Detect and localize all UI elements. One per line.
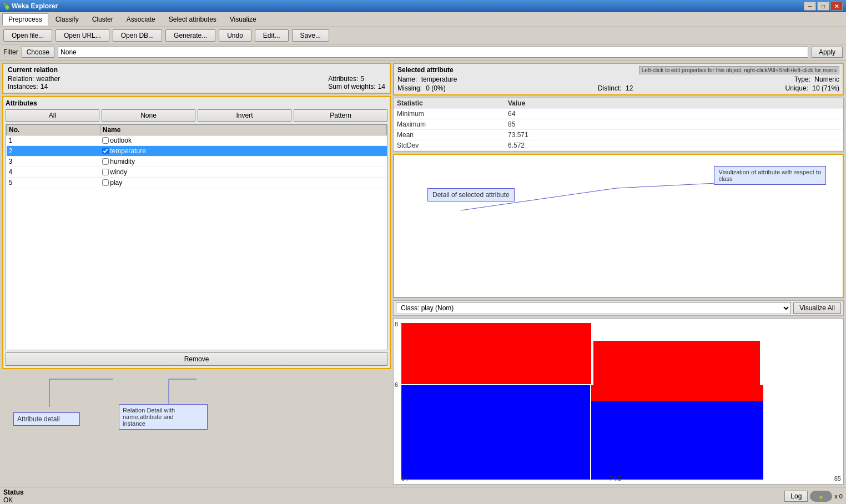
attr-checkbox[interactable] xyxy=(102,137,109,144)
attr-missing: Missing: 0 (0%) xyxy=(397,84,446,92)
attr-row-no: 1 xyxy=(7,135,100,146)
attribute-detail-annotation: Attribute detail xyxy=(13,412,80,426)
attr-name-val: temperature xyxy=(421,75,457,83)
weka-bird-icon: 🦜 xyxy=(810,491,832,502)
stats-data-row: StdDev 6.572 xyxy=(394,140,843,151)
none-button[interactable]: None xyxy=(102,109,195,122)
minimize-button[interactable]: ─ xyxy=(804,2,816,11)
stat-value: 64 xyxy=(505,109,843,119)
open-url-button[interactable]: Open URL... xyxy=(56,29,109,42)
filter-label: Filter xyxy=(3,48,18,56)
pattern-button[interactable]: Pattern xyxy=(294,109,387,122)
tab-cluster[interactable]: Cluster xyxy=(86,13,119,26)
relation-instances-key: Instances: xyxy=(8,83,38,90)
window-title: Weka Explorer xyxy=(12,2,58,10)
attr-type-key: Type: Numeric xyxy=(794,75,839,83)
tab-visualize[interactable]: Visualize xyxy=(224,13,263,26)
edit-button[interactable]: Edit... xyxy=(255,29,289,42)
selected-attribute-box: Selected attribute Left-click to edit pr… xyxy=(393,63,844,95)
table-row[interactable]: 5 play xyxy=(7,178,387,188)
stat-value: 85 xyxy=(505,119,843,130)
col-no: No. xyxy=(7,125,100,135)
open-file-button[interactable]: Open file... xyxy=(3,29,52,42)
status-label: Status xyxy=(3,488,24,496)
relation-sumweights-val: 14 xyxy=(378,83,385,90)
relation-instances-val: 14 xyxy=(41,83,48,90)
stat-name: StdDev xyxy=(394,140,505,151)
close-button[interactable]: ✕ xyxy=(830,2,843,11)
stat-name: Mean xyxy=(394,130,505,140)
table-row[interactable]: 3 humidity xyxy=(7,157,387,167)
table-row[interactable]: 1 outlook xyxy=(7,135,387,146)
choose-button[interactable]: Choose xyxy=(22,47,54,58)
class-selector-bar: Class: play (Nom) Visualize All xyxy=(393,300,844,316)
attr-name-cell: windy xyxy=(110,168,127,176)
selected-attr-hint: Left-click to edit properties for this o… xyxy=(639,66,839,74)
relation-attributes-key: Attributes: xyxy=(328,75,358,83)
attr-row-no: 5 xyxy=(7,178,100,188)
relation-attributes-row: Attributes: 5 xyxy=(328,75,385,83)
relation-instances-row: Instances: 14 xyxy=(8,83,60,90)
attr-row-name: play xyxy=(100,178,386,188)
status-bar: Status OK Log 🦜 x 0 xyxy=(0,487,846,504)
relation-name-key: Relation: xyxy=(8,75,34,83)
tab-associate[interactable]: Associate xyxy=(120,13,162,26)
stat-name: Maximum xyxy=(394,119,505,130)
log-button[interactable]: Log xyxy=(784,491,808,502)
filter-bar: Filter Choose None Apply xyxy=(0,44,846,61)
chart-y-label-mid: 6 xyxy=(395,381,398,388)
selected-attr-title: Selected attribute xyxy=(397,66,454,74)
undo-button[interactable]: Undo xyxy=(219,29,251,42)
tab-select-attributes[interactable]: Select attributes xyxy=(163,13,223,26)
stats-data-row: Minimum 64 xyxy=(394,109,843,119)
generate-button[interactable]: Generate... xyxy=(165,29,215,42)
all-button[interactable]: All xyxy=(6,109,99,122)
tab-bar: Preprocess Classify Cluster Associate Se… xyxy=(0,12,846,27)
apply-button[interactable]: Apply xyxy=(812,47,843,58)
remove-btn-bar: Remove xyxy=(6,350,387,366)
stats-data-row: Mean 73.571 xyxy=(394,130,843,140)
remove-button[interactable]: Remove xyxy=(6,352,387,366)
save-button[interactable]: Save... xyxy=(292,29,329,42)
visualize-all-button[interactable]: Visualize All xyxy=(793,303,841,314)
attr-unique: Unique: 10 (71%) xyxy=(785,84,839,92)
chart-y-label-top: 8 xyxy=(395,321,398,327)
main-toolbar: Open file... Open URL... Open DB... Gene… xyxy=(0,27,846,44)
maximize-button[interactable]: □ xyxy=(817,2,829,11)
chart-x-label-right: 85 xyxy=(834,475,841,482)
status-left: Status OK xyxy=(3,488,24,504)
attr-checkbox[interactable] xyxy=(102,179,109,186)
stats-col-value: Value xyxy=(505,98,843,109)
attr-missing-row: Missing: 0 (0%) Distinct: 12 Unique: 10 … xyxy=(397,84,839,92)
table-row[interactable]: 4 windy xyxy=(7,167,387,178)
svg-line-5 xyxy=(616,183,727,188)
stat-value: 73.571 xyxy=(505,130,843,140)
attr-checkbox[interactable] xyxy=(102,148,109,154)
invert-button[interactable]: Invert xyxy=(198,109,291,122)
relation-detail-annotation: Relation Detail withname,attribute andin… xyxy=(119,404,208,430)
attr-checkbox[interactable] xyxy=(102,169,109,175)
chart-area: 8 6 64 74.5 85 xyxy=(393,318,844,485)
attr-name-cell: temperature xyxy=(110,147,146,155)
title-bar: 🦜 Weka Explorer ─ □ ✕ xyxy=(0,0,846,12)
tab-classify[interactable]: Classify xyxy=(49,13,85,26)
stats-table-box: Statistic Value Minimum 64 Maximum 85 Me… xyxy=(393,98,844,152)
attr-checkbox[interactable] xyxy=(102,158,109,165)
attr-row-no: 2 xyxy=(7,146,100,157)
open-db-button[interactable]: Open DB... xyxy=(113,29,162,42)
attr-name-type-row: Name: temperature Type: Numeric xyxy=(397,75,839,83)
attr-filter-buttons: All None Invert Pattern xyxy=(6,109,387,122)
class-dropdown[interactable]: Class: play (Nom) xyxy=(396,302,791,314)
chart-x-label-mid: 74.5 xyxy=(610,475,621,482)
attributes-title: Attributes xyxy=(6,99,387,107)
current-relation-title: Current relation xyxy=(8,66,385,74)
attributes-table: No. Name 1 outlook 2 temperature xyxy=(6,124,387,188)
viz-panel: Detail of selected attribute Visulizatio… xyxy=(393,154,844,298)
chart-bar-blue-right xyxy=(591,401,763,480)
chart-x-label-left: 64 xyxy=(401,475,408,482)
relation-name-row: Relation: weather xyxy=(8,75,60,83)
main-content: Current relation Relation: weather Insta… xyxy=(0,61,846,487)
chart-bar-red-topleft xyxy=(401,323,591,384)
tab-preprocess[interactable]: Preprocess xyxy=(2,13,48,26)
table-row[interactable]: 2 temperature xyxy=(7,146,387,157)
